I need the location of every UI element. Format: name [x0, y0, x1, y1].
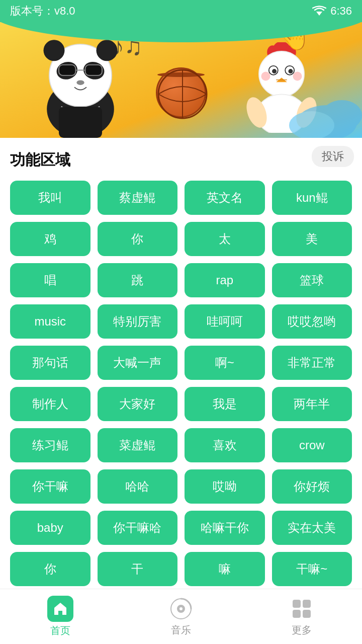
function-button-30[interactable]: 哎呦: [185, 469, 265, 504]
svg-rect-39: [293, 610, 301, 618]
time-text: 6:36: [330, 5, 352, 18]
function-button-12[interactable]: music: [10, 304, 90, 339]
function-button-34[interactable]: 哈嘛干你: [185, 511, 265, 545]
cloud-decoration: [261, 88, 362, 138]
function-button-27[interactable]: crow: [272, 428, 352, 462]
bottom-nav: 首页 音乐 更多: [0, 589, 362, 644]
function-button-4[interactable]: 鸡: [10, 222, 90, 256]
function-button-grid: 我叫蔡虚鲲英文名kun鲲鸡你太美唱跳rap篮球music特别厉害哇呵呵哎哎忽哟那…: [10, 181, 352, 627]
svg-rect-37: [293, 600, 301, 608]
svg-point-22: [289, 69, 293, 73]
svg-point-3: [44, 40, 65, 61]
function-button-36[interactable]: 你: [10, 552, 90, 586]
nav-label-home: 首页: [50, 624, 70, 637]
nav-label-more: 更多: [292, 623, 312, 637]
function-button-3[interactable]: kun鲲: [272, 181, 352, 215]
svg-point-36: [179, 607, 183, 610]
function-button-31[interactable]: 你好烦: [272, 469, 352, 504]
function-button-5[interactable]: 你: [98, 222, 178, 256]
function-button-25[interactable]: 菜虚鲲: [98, 428, 178, 462]
function-button-23[interactable]: 两年半: [272, 387, 352, 421]
function-button-38[interactable]: 嘛: [185, 552, 265, 586]
function-button-9[interactable]: 跳: [98, 263, 178, 297]
svg-rect-8: [85, 65, 102, 75]
function-button-17[interactable]: 大喊一声: [98, 346, 178, 380]
svg-point-21: [272, 69, 277, 73]
function-button-0[interactable]: 我叫: [10, 181, 90, 215]
nav-item-home[interactable]: 首页: [0, 596, 121, 637]
svg-rect-7: [59, 65, 75, 75]
function-button-2[interactable]: 英文名: [185, 181, 265, 215]
svg-rect-12: [59, 107, 102, 138]
function-button-7[interactable]: 美: [272, 222, 352, 256]
svg-point-26: [293, 72, 302, 81]
complain-button[interactable]: 投诉: [312, 146, 354, 167]
svg-rect-40: [303, 610, 311, 618]
music-icon: [168, 596, 194, 621]
svg-point-4: [97, 40, 118, 61]
function-button-6[interactable]: 太: [185, 222, 265, 256]
main-content: 投诉 功能区域 我叫蔡虚鲲英文名kun鲲鸡你太美唱跳rap篮球music特别厉害…: [0, 138, 362, 637]
svg-point-33: [0, 22, 362, 42]
svg-rect-38: [303, 600, 311, 608]
function-button-35[interactable]: 实在太美: [272, 511, 352, 545]
banner: ♩♪♫: [0, 22, 362, 138]
green-top-arc: [0, 22, 362, 42]
status-right: 6:36: [312, 5, 352, 18]
version-text: 版本号：v8.0: [10, 4, 75, 19]
function-button-10[interactable]: rap: [185, 263, 265, 297]
function-button-24[interactable]: 练习鲲: [10, 428, 90, 462]
nav-label-music: 音乐: [171, 623, 191, 637]
function-button-16[interactable]: 那句话: [10, 346, 90, 380]
function-button-15[interactable]: 哎哎忽哟: [272, 304, 352, 339]
svg-point-10: [76, 80, 84, 85]
function-button-11[interactable]: 篮球: [272, 263, 352, 297]
panda-character: [30, 32, 131, 138]
function-button-8[interactable]: 唱: [10, 263, 90, 297]
wifi-icon: [312, 6, 326, 17]
nav-item-more[interactable]: 更多: [241, 596, 362, 637]
function-button-13[interactable]: 特别厉害: [98, 304, 178, 339]
section-title: 功能区域: [10, 150, 352, 171]
function-button-18[interactable]: 啊~: [185, 346, 265, 380]
function-button-39[interactable]: 干嘛~: [272, 552, 352, 586]
function-button-29[interactable]: 哈哈: [98, 469, 178, 504]
function-button-33[interactable]: 你干嘛哈: [98, 511, 178, 545]
svg-marker-0: [316, 12, 322, 16]
nav-item-music[interactable]: 音乐: [121, 596, 241, 637]
function-button-28[interactable]: 你干嘛: [10, 469, 90, 504]
function-button-26[interactable]: 喜欢: [185, 428, 265, 462]
home-icon: [47, 596, 73, 622]
status-bar: 版本号：v8.0 6:36: [0, 0, 362, 22]
function-button-1[interactable]: 蔡虚鲲: [98, 181, 178, 215]
function-button-37[interactable]: 干: [98, 552, 178, 586]
function-button-32[interactable]: baby: [10, 511, 90, 545]
grid-icon: [289, 596, 314, 621]
function-button-22[interactable]: 我是: [185, 387, 265, 421]
function-button-21[interactable]: 大家好: [98, 387, 178, 421]
svg-point-25: [261, 72, 270, 81]
function-button-19[interactable]: 非常正常: [272, 346, 352, 380]
basketball-decoration: [156, 67, 206, 118]
function-button-20[interactable]: 制作人: [10, 387, 90, 421]
function-button-14[interactable]: 哇呵呵: [185, 304, 265, 339]
